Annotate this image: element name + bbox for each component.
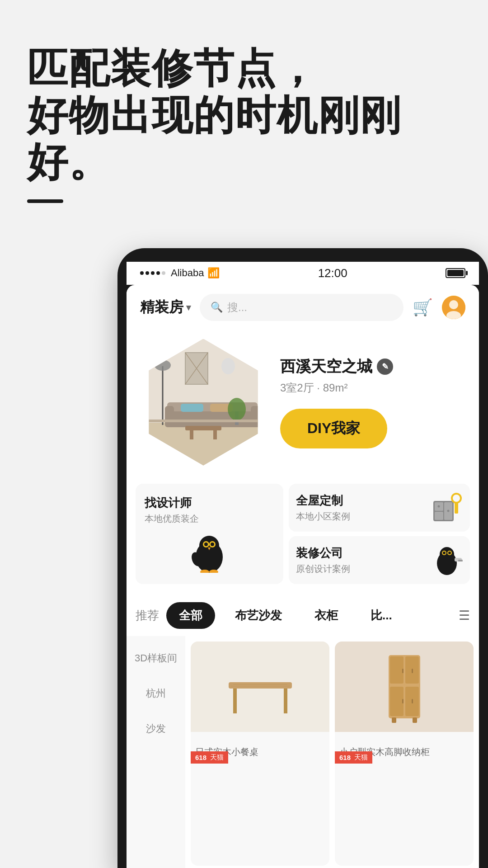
svg-rect-18	[213, 430, 217, 439]
status-left: Alibaba 📶	[140, 267, 220, 279]
service-custom-icon	[431, 492, 463, 524]
header-title[interactable]: 精装房 ▾	[140, 297, 191, 317]
hero-title: 匹配装修节点， 好物出现的时机刚刚好。	[27, 45, 461, 186]
service-renovation-text: 装修公司 原创设计案例	[296, 545, 350, 575]
product-image-2	[335, 642, 474, 732]
svg-rect-14	[181, 404, 203, 412]
svg-rect-16	[185, 426, 221, 430]
avatar[interactable]	[442, 296, 465, 319]
svg-rect-22	[140, 420, 267, 422]
svg-rect-56	[390, 656, 404, 684]
recommend-header: 推荐 全部 布艺沙发 衣柜 比... ☰	[136, 593, 470, 636]
svg-point-26	[204, 542, 208, 546]
hero-section: 匹配装修节点， 好物出现的时机刚刚好。	[0, 0, 488, 221]
renovation-icon-svg	[431, 544, 463, 576]
avatar-image	[442, 296, 465, 319]
tab-wardrobe[interactable]: 衣柜	[302, 602, 351, 629]
app-content: 精装房 ▾ 🔍 搜... 🛒	[127, 285, 479, 868]
service-designer[interactable]: 找设计师 本地优质装企	[136, 484, 283, 584]
side-panel: 3D样板间 杭州 沙发	[127, 636, 185, 868]
hero-info: 西溪天空之城 ✎ 3室2厅 · 89m² DIY我家	[276, 352, 465, 453]
svg-rect-58	[390, 687, 404, 716]
svg-rect-40	[455, 502, 458, 514]
svg-point-38	[447, 509, 450, 512]
product-footer-2: 618 天猫 小户型实木高脚收纳柜	[335, 732, 474, 764]
svg-point-28	[211, 542, 214, 546]
svg-point-46	[448, 552, 451, 554]
product-image-1	[191, 642, 329, 732]
status-time: 12:00	[318, 266, 347, 280]
search-bar[interactable]: 🔍 搜...	[200, 294, 404, 321]
recommend-section: 推荐 全部 布艺沙发 衣柜 比... ☰	[127, 593, 479, 636]
mascot-bird-svg	[191, 532, 227, 573]
phone-mockup: Alibaba 📶 12:00 精装房 ▾ 🔍 搜...	[117, 248, 488, 868]
svg-point-1	[449, 300, 458, 309]
svg-point-37	[438, 505, 440, 507]
hero-card: 西溪天空之城 ✎ 3室2厅 · 89m² DIY我家	[127, 330, 479, 479]
side-item-3d[interactable]: 3D样板间	[127, 641, 185, 676]
edit-button[interactable]: ✎	[377, 359, 393, 375]
wifi-icon: 📶	[207, 267, 220, 279]
svg-point-24	[199, 536, 219, 556]
svg-point-44	[443, 552, 446, 554]
product-section: 3D样板间 杭州 沙发	[127, 636, 479, 868]
cabinet-svg	[364, 651, 445, 723]
search-placeholder: 搜...	[227, 300, 247, 315]
status-bar: Alibaba 📶 12:00	[127, 262, 479, 285]
signal-dots	[140, 271, 165, 275]
header-title-text: 精装房	[140, 297, 183, 317]
service-custom[interactable]: 全屋定制 本地小区案例	[289, 484, 470, 532]
tab-more-text[interactable]: 比...	[358, 602, 405, 629]
more-icon[interactable]: ☰	[459, 608, 470, 623]
svg-marker-49	[462, 559, 463, 562]
svg-point-20	[228, 398, 246, 420]
product-card-2[interactable]: 618 天猫 小户型实木高脚收纳柜	[335, 642, 474, 866]
diy-button[interactable]: DIY我家	[280, 409, 387, 448]
svg-rect-12	[165, 406, 174, 427]
room-illustration	[140, 339, 267, 466]
svg-rect-60	[402, 669, 404, 673]
svg-rect-50	[229, 682, 292, 689]
badge-tmall-2: 天猫	[354, 753, 368, 762]
tab-all[interactable]: 全部	[166, 602, 215, 629]
tab-sofa[interactable]: 布艺沙发	[222, 602, 295, 629]
svg-rect-63	[412, 699, 413, 703]
side-item-sofa[interactable]: 沙发	[127, 711, 185, 746]
svg-point-9	[155, 360, 171, 371]
product-footer-1: 618 天猫 日式实木小餐桌	[191, 732, 329, 764]
custom-icon-svg	[431, 492, 463, 524]
svg-rect-13	[251, 406, 260, 427]
recommend-label: 推荐	[136, 608, 159, 623]
badge-tmall-1: 天猫	[210, 753, 224, 762]
battery-icon	[446, 268, 465, 278]
svg-point-39	[452, 494, 461, 503]
hero-line1: 匹配装修节点，	[27, 46, 318, 91]
hero-line2: 好物出现的时机刚刚好。	[27, 93, 401, 185]
badge-618-2: 618	[339, 754, 351, 761]
svg-rect-51	[233, 689, 237, 713]
header-icons: 🛒	[413, 296, 465, 319]
product-badge-1: 618 天猫	[191, 751, 228, 764]
service-designer-name: 找设计师	[145, 495, 274, 511]
cart-icon[interactable]: 🛒	[413, 298, 433, 317]
service-right: 全屋定制 本地小区案例	[289, 484, 470, 584]
property-name-text: 西溪天空之城	[280, 356, 372, 377]
phone-frame: Alibaba 📶 12:00 精装房 ▾ 🔍 搜...	[117, 248, 488, 868]
room-hex-image	[140, 339, 267, 466]
chevron-down-icon: ▾	[186, 302, 191, 313]
side-item-hangzhou[interactable]: 杭州	[127, 676, 185, 711]
badge-618-1: 618	[195, 754, 206, 761]
svg-point-21	[221, 358, 235, 374]
product-card-1[interactable]: 618 天猫 日式实木小餐桌	[191, 642, 329, 866]
service-grid: 找设计师 本地优质装企	[136, 484, 470, 584]
service-renovation[interactable]: 装修公司 原创设计案例	[289, 536, 470, 584]
service-renovation-icon	[431, 544, 463, 576]
hero-divider	[27, 199, 63, 203]
search-icon: 🔍	[211, 302, 223, 313]
room-svg	[140, 339, 267, 466]
status-right	[446, 268, 465, 278]
property-detail: 3室2厅 · 89m²	[280, 381, 461, 395]
table-svg	[220, 651, 301, 723]
svg-rect-35	[435, 512, 443, 520]
carrier-label: Alibaba	[171, 267, 204, 279]
